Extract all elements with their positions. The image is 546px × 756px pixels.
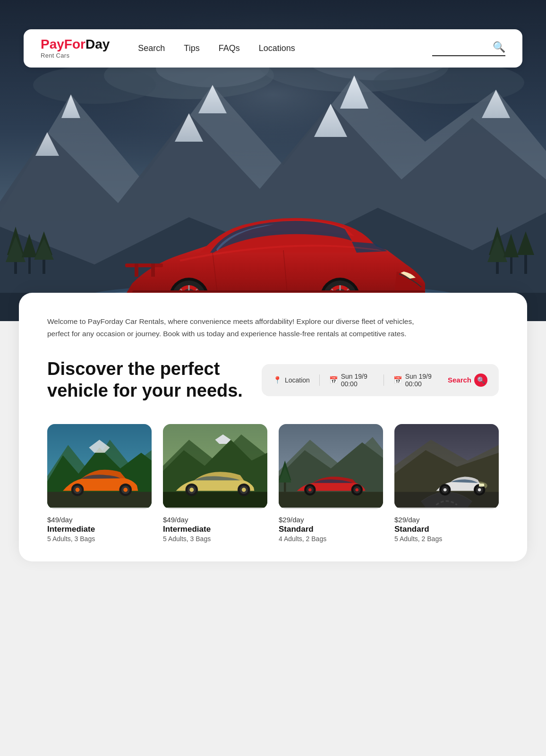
search-submit-icon[interactable]: 🔍 <box>474 374 487 387</box>
calendar-icon-pickup: 📅 <box>329 376 338 384</box>
car-image <box>279 424 383 509</box>
car-price: $49/day <box>47 516 152 524</box>
content-card: Welcome to PayForday Car Rentals, where … <box>19 293 527 561</box>
search-button-label: Search <box>448 376 471 384</box>
car-price: $29/day <box>394 516 499 524</box>
svg-rect-65 <box>135 263 138 277</box>
svg-rect-64 <box>125 263 163 267</box>
discover-heading: Discover the perfect vehicle for your ne… <box>47 358 243 401</box>
location-label: Location <box>285 376 310 384</box>
car-card[interactable]: $49/day Intermediate 5 Adults, 3 Bags <box>47 424 152 543</box>
car-image <box>47 424 152 509</box>
car-image <box>163 424 267 509</box>
location-icon: 📍 <box>273 376 282 384</box>
divider-2 <box>384 374 384 386</box>
svg-point-78 <box>123 488 128 492</box>
logo-subtitle: Rent Cars <box>41 52 110 59</box>
svg-rect-66 <box>151 263 155 277</box>
calendar-icon-dropoff: 📅 <box>393 376 402 384</box>
svg-point-75 <box>76 488 80 492</box>
svg-rect-83 <box>163 492 267 508</box>
nav-tips[interactable]: Tips <box>184 43 199 53</box>
car-details: 5 Adults, 2 Bags <box>394 535 499 543</box>
logo-text: PayForDay <box>41 38 110 51</box>
car-price: $49/day <box>163 516 267 524</box>
car-card[interactable]: $29/day Standard 4 Adults, 2 Bags <box>279 424 383 543</box>
car-card[interactable]: $49/day Intermediate 5 Adults, 3 Bags <box>163 424 267 543</box>
search-button[interactable]: Search 🔍 <box>448 374 487 387</box>
car-details: 5 Adults, 3 Bags <box>47 535 152 543</box>
svg-point-6 <box>33 66 156 104</box>
discover-row: Discover the perfect vehicle for your ne… <box>47 358 499 401</box>
svg-point-102 <box>355 488 358 492</box>
car-name: Standard <box>279 525 383 534</box>
svg-point-99 <box>308 488 312 492</box>
header-search[interactable]: 🔍 <box>432 41 505 56</box>
car-image <box>394 424 499 509</box>
nav-search[interactable]: Search <box>138 43 165 53</box>
nav-faqs[interactable]: FAQs <box>219 43 240 53</box>
search-icon[interactable]: 🔍 <box>493 41 505 53</box>
svg-rect-72 <box>47 492 152 508</box>
car-details: 5 Adults, 3 Bags <box>163 535 267 543</box>
car-grid: $49/day Intermediate 5 Adults, 3 Bags $4… <box>47 424 499 543</box>
car-details: 4 Adults, 2 Bags <box>279 535 383 543</box>
car-name: Intermediate <box>47 525 152 534</box>
svg-point-86 <box>189 488 194 492</box>
divider-1 <box>319 374 320 386</box>
dropoff-date-label: Sun 19/9 00:00 <box>405 373 438 388</box>
search-widget: 📍 Location 📅 Sun 19/9 00:00 📅 Sun 19/9 0… <box>262 364 499 396</box>
car-name: Intermediate <box>163 525 267 534</box>
car-name: Standard <box>394 525 499 534</box>
car-card[interactable]: $29/day Standard 5 Adults, 2 Bags <box>394 424 499 543</box>
svg-point-113 <box>478 488 481 492</box>
header-search-input[interactable] <box>432 43 489 51</box>
header: PayForDay Rent Cars Search Tips FAQs Loc… <box>24 29 522 68</box>
svg-rect-96 <box>279 492 383 508</box>
location-field[interactable]: 📍 Location <box>273 376 310 384</box>
svg-point-89 <box>242 488 246 492</box>
welcome-text: Welcome to PayForday Car Rentals, where … <box>47 315 416 340</box>
dropoff-date-field[interactable]: 📅 Sun 19/9 00:00 <box>393 373 438 388</box>
pickup-date-label: Sun 19/9 00:00 <box>341 373 374 388</box>
svg-rect-114 <box>479 484 484 487</box>
pickup-date-field[interactable]: 📅 Sun 19/9 00:00 <box>329 373 374 388</box>
car-price: $29/day <box>279 516 383 524</box>
svg-point-110 <box>444 488 447 492</box>
nav-locations[interactable]: Locations <box>259 43 295 53</box>
logo[interactable]: PayForDay Rent Cars <box>41 38 110 59</box>
main-nav: Search Tips FAQs Locations <box>138 43 432 53</box>
